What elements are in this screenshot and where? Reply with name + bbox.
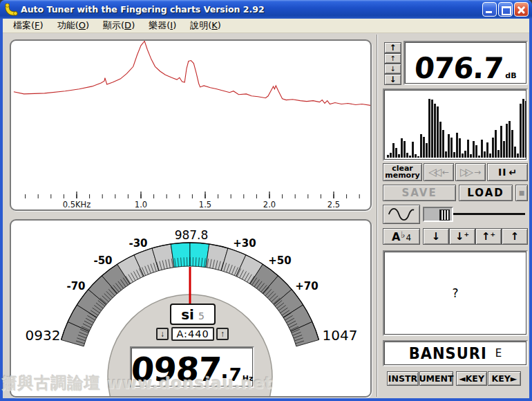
key-prev-button[interactable]: ◄KEY xyxy=(456,371,487,386)
cents-label-minus30: -30 xyxy=(129,237,147,250)
down-arrow-plus-icon: ↓ xyxy=(455,230,464,243)
spectrum-chart: 0.5KHz1.01.52.02.5 xyxy=(10,39,372,211)
cents-label-minus50: -50 xyxy=(93,254,112,267)
rewind-arrow-icon: ← xyxy=(442,167,449,177)
load-button[interactable]: LOAD xyxy=(459,185,513,201)
frequency-display: 0987 . 7 Hz xyxy=(130,346,254,388)
histogram-bar xyxy=(431,100,433,158)
maximize-button[interactable] xyxy=(498,2,513,17)
db-up-fast-button[interactable]: ↑ xyxy=(384,42,401,53)
histogram-bar xyxy=(423,137,425,158)
db-down-button[interactable]: ↓ xyxy=(384,64,401,74)
waveform-icon xyxy=(388,207,415,221)
reference-row: ↓ A:440 ↑ xyxy=(11,327,372,341)
histogram-bar xyxy=(506,124,508,158)
histogram-bar xyxy=(406,153,408,158)
volume-slider[interactable] xyxy=(423,206,528,223)
histogram-bar xyxy=(439,122,441,158)
histogram-bar xyxy=(503,141,505,158)
instrument-key: E xyxy=(495,347,502,360)
note-select-button[interactable]: A ♭ 4 xyxy=(383,228,420,245)
histogram-bar xyxy=(495,130,497,158)
slider-track xyxy=(448,213,525,215)
forward-button[interactable]: ▷▷ → xyxy=(455,163,486,181)
key-next-button[interactable]: KEY► xyxy=(488,371,521,386)
note-octave-number: 4 xyxy=(406,233,411,243)
step-up-fine-button[interactable]: ↑+ xyxy=(475,228,502,245)
menu-item-3[interactable]: 樂器(I) xyxy=(142,19,182,32)
fingering-chart-area: ? xyxy=(383,250,528,336)
histogram-bar xyxy=(489,153,491,158)
histogram-bar xyxy=(450,138,453,158)
histogram-bar xyxy=(500,126,502,158)
histogram-bar xyxy=(434,104,436,158)
db-unit: dB xyxy=(505,71,516,80)
close-button[interactable] xyxy=(514,2,529,17)
histogram-bar xyxy=(478,156,480,158)
histogram-bar xyxy=(398,154,400,158)
note-letter: A xyxy=(392,230,400,243)
svg-text:1.0: 1.0 xyxy=(135,200,147,209)
db-display: 076.7 dB xyxy=(403,41,528,85)
histogram-bar xyxy=(486,142,488,158)
histogram-bar xyxy=(492,138,494,158)
histogram-bar xyxy=(514,147,516,158)
fingering-placeholder: ? xyxy=(452,286,458,300)
histogram-bar xyxy=(464,151,466,158)
db-up-button[interactable]: ↑ xyxy=(384,53,401,64)
menu-item-4[interactable]: 說明(K) xyxy=(184,19,227,32)
histogram-bar xyxy=(484,151,486,158)
frequency-dot: . xyxy=(220,359,228,383)
clear-memory-button[interactable]: clear memory xyxy=(383,163,422,181)
histogram-bar xyxy=(511,130,513,158)
up-arrow-plus-icon: ↑ xyxy=(482,230,491,243)
stop-button[interactable]: ■ xyxy=(515,185,528,201)
cents-label-minus70: -70 xyxy=(66,280,85,292)
menu-bar: 檔案(F)功能(O)顯示(D)樂器(I)說明(K) xyxy=(3,19,529,33)
menu-item-2[interactable]: 顯示(D) xyxy=(97,19,141,32)
step-down-button[interactable]: ↓ xyxy=(423,228,449,245)
histogram-bar xyxy=(395,148,397,158)
step-up-button[interactable]: ↑ xyxy=(502,228,528,245)
menu-item-1[interactable]: 功能(O) xyxy=(51,19,95,32)
instrument-name: BANSURI xyxy=(409,344,487,362)
db-down-fast-button[interactable]: ↓ xyxy=(384,74,401,85)
cents-label-plus30: +30 xyxy=(233,237,256,250)
histogram-bar xyxy=(437,106,439,158)
minimize-button[interactable] xyxy=(482,2,497,17)
histogram-bar xyxy=(473,141,475,158)
histogram-bar xyxy=(517,153,519,158)
histogram-bar xyxy=(428,99,430,158)
histogram-bar xyxy=(420,134,422,158)
instrument-prev-button[interactable]: INSTR xyxy=(387,371,419,386)
forward-icon: ▷▷ xyxy=(460,166,471,178)
flat-icon: ♭ xyxy=(401,230,405,240)
gauge-frequency-label: 987.8 xyxy=(175,228,209,242)
svg-text:2.5: 2.5 xyxy=(327,200,340,209)
step-down-fine-button[interactable]: ↓+ xyxy=(449,228,475,245)
return-arrow-icon: ↵ xyxy=(509,167,517,178)
histogram-bar xyxy=(522,99,524,158)
phone-icon xyxy=(4,3,18,16)
histogram-bar xyxy=(417,156,419,158)
down-arrow-icon: ↓ xyxy=(432,230,441,243)
svg-text:1.5: 1.5 xyxy=(199,200,211,209)
tuner-gauge: 987.8 -70 -50 -30 +30 +50 +70 0932 1047 … xyxy=(10,219,372,398)
instrument-next-button[interactable]: UMENT xyxy=(419,371,453,386)
pause-icon: II xyxy=(498,167,506,178)
tone-button[interactable] xyxy=(383,205,420,224)
reference-pitch: A:440 xyxy=(171,327,214,341)
cents-label-plus50: +50 xyxy=(268,254,291,267)
save-button[interactable]: SAVE xyxy=(383,185,456,201)
rewind-button[interactable]: ◁◁ ← xyxy=(424,163,454,181)
histogram-bar xyxy=(453,152,455,158)
title-bar: Auto Tuner with the Fingering charts Ver… xyxy=(0,0,532,19)
menu-item-0[interactable]: 檔案(F) xyxy=(7,19,50,32)
note-octave: 5 xyxy=(198,310,205,321)
reference-down-button[interactable]: ↓ xyxy=(156,328,169,340)
slider-thumb[interactable] xyxy=(439,209,450,221)
svg-text:0.5KHz: 0.5KHz xyxy=(63,200,91,209)
reference-up-button[interactable]: ↑ xyxy=(216,328,229,340)
pause-button[interactable]: II ↵ xyxy=(487,163,528,181)
histogram-bar xyxy=(401,138,403,158)
